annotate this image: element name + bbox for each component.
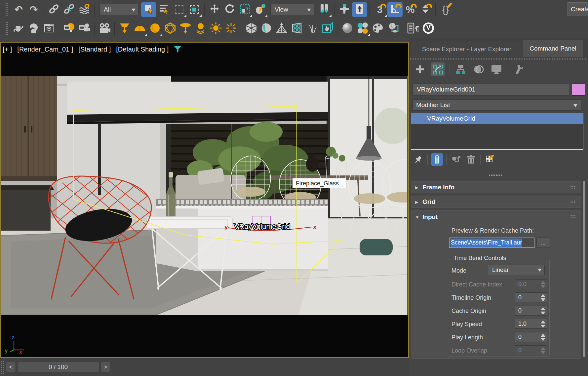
vray-disc-light-button[interactable] <box>178 21 193 36</box>
spinner-arrows-icon[interactable] <box>541 307 545 315</box>
spinner-snap-toggle-button[interactable] <box>418 2 433 17</box>
redo-button[interactable]: ↷ <box>26 2 41 17</box>
create-camera-button[interactable] <box>97 21 112 36</box>
rendered-scene[interactable]: y x VRayVolumeGrid Fireplace_Glass <box>1 76 408 315</box>
cache-origin-spinner[interactable]: 0 <box>515 306 547 316</box>
tab-create[interactable] <box>413 62 427 76</box>
object-color-swatch[interactable] <box>572 84 585 95</box>
vray-sphere-light-button[interactable] <box>147 21 163 36</box>
vray-fur-button[interactable] <box>304 21 320 36</box>
undo-button[interactable]: ↶ <box>11 2 26 17</box>
mode-dropdown[interactable]: Linear <box>488 265 545 275</box>
tab-command-panel[interactable]: Command Panel <box>523 40 583 57</box>
percent-snap-toggle-button[interactable]: % <box>403 2 418 17</box>
vray-plane-button[interactable] <box>259 21 274 36</box>
spinner-arrows-icon[interactable] <box>541 294 545 302</box>
splitter-grip[interactable] <box>489 173 502 176</box>
remove-modifier-button[interactable] <box>465 153 477 166</box>
window-crossing-toggle-button[interactable] <box>187 2 202 17</box>
modifier-list-dropdown[interactable]: Modifier List <box>412 99 581 111</box>
make-unique-button[interactable] <box>450 153 462 166</box>
rollout-grid[interactable]: ▶Grid <box>411 196 581 208</box>
rendered-frame-window-button[interactable] <box>41 21 57 36</box>
tab-modify[interactable] <box>431 62 445 76</box>
show-end-result-button[interactable] <box>431 153 443 166</box>
vray-sun-button[interactable] <box>208 21 223 36</box>
edit-named-selection-sets-button[interactable]: {} <box>438 2 453 17</box>
render-setup-button[interactable] <box>11 21 26 36</box>
timeline-origin-spinner[interactable]: 0 <box>515 292 547 302</box>
keyboard-shortcut-override-button[interactable] <box>352 2 367 17</box>
bind-to-space-warp-button[interactable] <box>77 2 92 17</box>
modifier-stack[interactable]: VRayVolumeGrid <box>411 113 583 150</box>
modifier-stack-entry[interactable]: VRayVolumeGrid <box>411 113 583 124</box>
vray-sun-rays-button[interactable] <box>223 21 239 36</box>
select-and-move-button[interactable] <box>207 2 222 17</box>
vray-override-material-button[interactable] <box>385 21 401 36</box>
tab-utilities[interactable] <box>513 62 526 76</box>
spinner-arrows-icon[interactable] <box>541 333 545 341</box>
tab-display[interactable] <box>490 62 503 76</box>
angle-snap-toggle-button[interactable] <box>387 2 403 17</box>
viewport-camera-menu[interactable]: [Render_Cam_01 ] <box>17 46 73 53</box>
select-and-link-button[interactable] <box>46 2 61 17</box>
select-and-manipulate-button[interactable] <box>337 2 352 17</box>
pin-stack-button[interactable] <box>412 153 424 166</box>
play-length-spinner[interactable]: 0 <box>515 332 547 342</box>
vray-dome-light-button[interactable] <box>132 21 147 36</box>
per-view-filter-icon[interactable] <box>174 46 181 53</box>
camera-lister-button[interactable] <box>77 21 92 36</box>
rectangular-selection-region-button[interactable] <box>172 2 187 17</box>
material-editor-button[interactable] <box>340 21 355 36</box>
use-pivot-point-center-button[interactable] <box>317 2 332 17</box>
vray-material-library-button[interactable] <box>406 21 421 36</box>
rollout-grip-icon[interactable] <box>570 186 575 189</box>
environment-button[interactable] <box>26 21 41 36</box>
vray-material-palette-button[interactable] <box>370 21 385 36</box>
tab-hierarchy[interactable] <box>454 62 467 76</box>
rollout-grip-icon[interactable] <box>570 200 575 204</box>
vray-volume-grid-button[interactable] <box>320 21 335 36</box>
vray-mesh-light-button[interactable] <box>163 21 178 36</box>
next-frame-button[interactable]: > <box>100 362 110 372</box>
select-and-place-button[interactable] <box>253 2 268 17</box>
selection-filter-dropdown[interactable]: All <box>99 4 138 15</box>
cache-path-input[interactable]: Scene\Assets\Fire_Trail.aur <box>449 238 534 248</box>
slate-material-editor-button[interactable] <box>355 21 370 36</box>
vray-ies-light-button[interactable] <box>193 21 208 36</box>
viewport-renderer-menu[interactable]: [Standard ] <box>78 46 111 53</box>
vray-proxy-button[interactable] <box>244 21 259 36</box>
configure-modifier-sets-button[interactable] <box>484 153 496 166</box>
reference-coordinate-dropdown[interactable]: View <box>270 4 314 15</box>
vray-logo-button[interactable] <box>421 21 436 36</box>
viewport-shading-menu[interactable]: [Default Shading ] <box>116 46 169 53</box>
light-lister-button[interactable] <box>61 21 77 36</box>
bar-drag-handle[interactable] <box>1 360 4 374</box>
rollout-input-header[interactable]: ▼Input <box>411 210 581 224</box>
vray-plane-light-button[interactable] <box>117 21 132 36</box>
select-and-scale-button[interactable] <box>237 2 253 17</box>
vray-displacement-button[interactable] <box>274 21 289 36</box>
rollout-grip-icon[interactable] <box>570 215 575 218</box>
toolbar-drag-handle[interactable] <box>5 21 8 36</box>
play-speed-spinner[interactable]: 1.0 <box>515 319 547 329</box>
viewport[interactable]: [+ ] [Render_Cam_01 ] [Standard ] [Defau… <box>0 42 409 358</box>
panel-scrollbar[interactable] <box>583 181 585 357</box>
unlink-selection-button[interactable] <box>61 2 77 17</box>
create-button[interactable]: Create <box>568 2 588 16</box>
toolbar-drag-handle[interactable] <box>5 2 8 17</box>
snaps-toggle-button[interactable]: 3 <box>372 2 387 17</box>
rollout-frame-info[interactable]: ▶Frame Info <box>411 181 581 193</box>
viewport-pov-menu[interactable]: [+ ] <box>3 46 12 53</box>
rollout-input[interactable]: ▼Input Preview & Render Cache Path: Scen… <box>411 210 581 359</box>
spinner-arrows-icon[interactable] <box>541 320 545 328</box>
previous-frame-button[interactable]: < <box>6 362 16 372</box>
select-by-name-button[interactable] <box>156 2 172 17</box>
object-name-field[interactable]: VRayVolumeGrid001 <box>412 84 569 95</box>
select-and-rotate-button[interactable] <box>222 2 237 17</box>
time-slider[interactable]: 0 / 100 <box>17 362 99 372</box>
vray-proxy-export-button[interactable] <box>289 21 304 36</box>
tab-scene-explorer[interactable]: Scene Explorer - Layer Explorer <box>411 41 523 57</box>
browse-cache-path-button[interactable]: ... <box>536 238 550 248</box>
tab-motion[interactable] <box>472 62 485 76</box>
